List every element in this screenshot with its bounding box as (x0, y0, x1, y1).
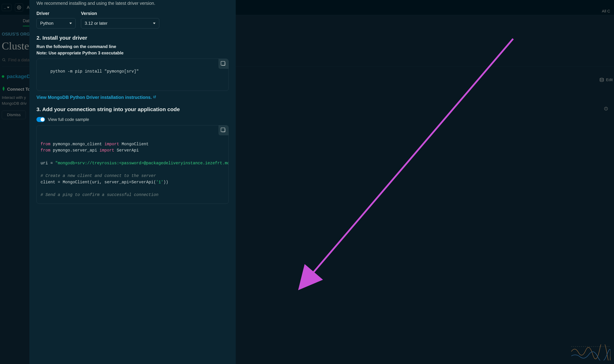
caret-down-icon (7, 7, 9, 8)
sparkline-chart (571, 344, 610, 361)
code-txt: pymongo.mongo_client (50, 142, 105, 146)
step2-sub: Run the following on the command line (37, 44, 229, 49)
search-icon (2, 58, 6, 62)
cluster-name: packageD (7, 74, 30, 79)
copy-code-button[interactable] (218, 125, 228, 135)
svg-line-2 (4, 60, 5, 61)
settings-button[interactable] (15, 3, 23, 12)
right-rail: All C Edit (598, 0, 614, 364)
link-text: View MongoDB Python Driver installation … (37, 95, 152, 100)
toggle-knob (40, 117, 44, 121)
caret-down-icon (153, 23, 156, 24)
driver-value: Python (40, 21, 53, 26)
database-icon (599, 78, 604, 82)
code-kw: from (40, 148, 50, 153)
step2-note: Note: Use appropriate Python 3 executabl… (37, 51, 229, 55)
org-dropdown[interactable]: .. (2, 4, 11, 11)
view-full-code-toggle[interactable] (37, 117, 45, 122)
svg-point-3 (600, 78, 603, 79)
version-value: 3.12 or later (85, 21, 107, 26)
step2-title: 2. Install your driver (37, 35, 229, 41)
svg-point-6 (606, 108, 606, 108)
code-str: "mongodb+srv://treyrosius:<password>@pac… (55, 161, 229, 166)
code-txt: client = MongoClient(uri, server_api=Ser… (40, 180, 156, 185)
driver-select[interactable]: Python (37, 18, 76, 28)
info-icon[interactable] (604, 107, 608, 112)
code-txt: pymongo.server_api (50, 148, 99, 153)
gear-icon (17, 5, 21, 10)
connect-card-title: Connect To (7, 87, 30, 92)
code-comment: # Create a new client and connect to the… (40, 174, 156, 178)
code-txt: uri = (40, 161, 55, 166)
code-txt: MongoClient (119, 142, 149, 146)
copy-icon (222, 62, 225, 66)
code-comment: # Send a ping to confirm a successful co… (40, 193, 159, 197)
edit-label: Edit (606, 78, 613, 82)
dismiss-button[interactable]: Dismiss (2, 111, 26, 119)
org-dropdown-label: .. (4, 5, 6, 10)
driver-install-docs-link[interactable]: View MongoDB Python Driver installation … (37, 95, 156, 100)
toggle-label: View full code sample (48, 117, 89, 122)
copy-icon (222, 129, 225, 132)
all-clusters-link[interactable]: All C (602, 9, 610, 13)
leaf-icon (2, 86, 5, 92)
code-str: '1' (156, 180, 163, 185)
recommend-text: We recommend installing and using the la… (37, 0, 229, 6)
version-label: Version (81, 11, 159, 16)
code-kw: import (105, 142, 119, 146)
version-select[interactable]: 3.12 or later (81, 18, 159, 28)
step3-title: 3. Add your connection string into your … (37, 106, 229, 112)
edit-config-button[interactable]: Edit (599, 78, 613, 82)
code-txt: )) (163, 180, 168, 185)
install-command: python -m pip install "pymongo[srv]" (50, 69, 139, 74)
code-txt: ServerApi (114, 148, 139, 153)
svg-point-0 (18, 7, 20, 8)
code-kw: from (40, 142, 50, 146)
install-command-box: python -m pip install "pymongo[srv]" (37, 59, 229, 91)
copy-install-button[interactable] (218, 59, 228, 69)
driver-label: Driver (37, 11, 76, 16)
code-kw: import (99, 148, 114, 153)
status-dot-icon (2, 75, 4, 78)
external-link-icon (153, 95, 156, 99)
connect-driver-modal: We recommend installing and using the la… (29, 0, 236, 364)
caret-down-icon (69, 23, 72, 24)
code-sample-box: from pymongo.mongo_client import MongoCl… (37, 125, 229, 204)
